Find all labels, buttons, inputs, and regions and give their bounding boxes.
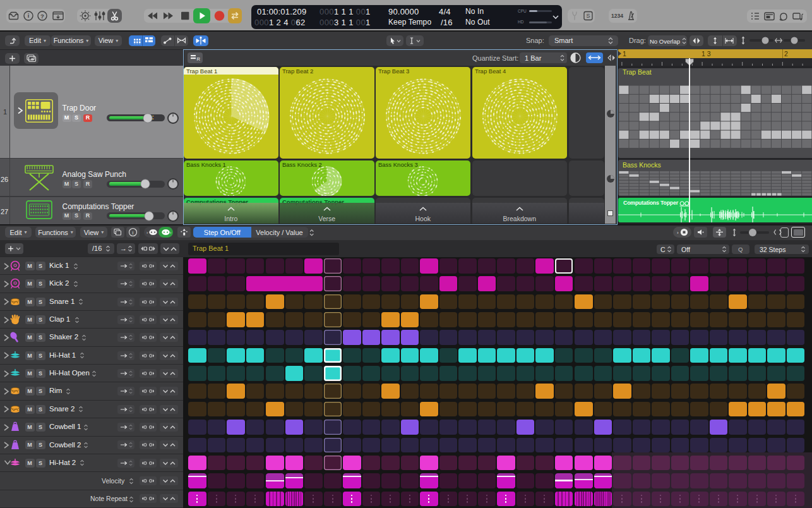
svg-text:›: ›: [146, 231, 148, 235]
svg-text:i: i: [28, 13, 30, 19]
svg-text:›: ›: [170, 231, 172, 235]
svg-text:R: R: [196, 56, 200, 62]
svg-text:i: i: [133, 230, 134, 236]
svg-text:?: ?: [40, 13, 44, 20]
svg-text:›: ›: [677, 230, 679, 236]
svg-text:S: S: [586, 13, 590, 19]
